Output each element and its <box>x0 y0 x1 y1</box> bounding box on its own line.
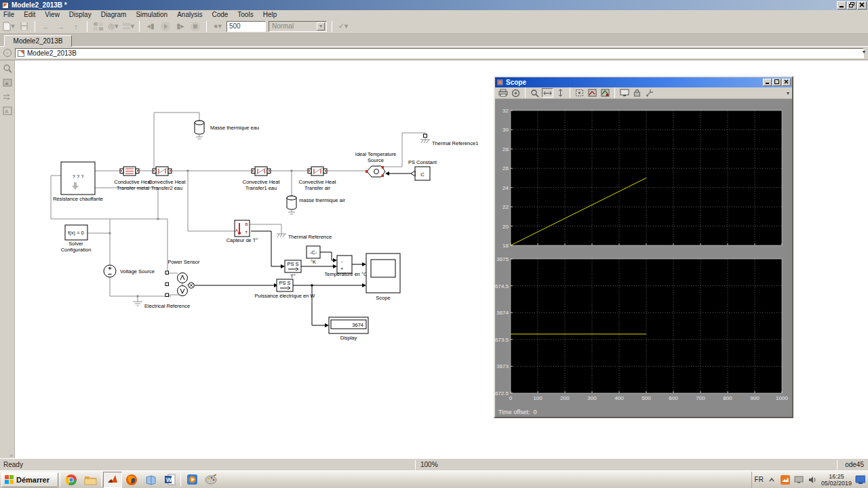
toolbar-overflow-icon[interactable]: ▾ <box>787 90 789 96</box>
block-power-sensor[interactable] <box>165 271 194 297</box>
zoom-icon[interactable] <box>529 88 540 98</box>
block-resistance-chauffante[interactable]: ? ? ? <box>61 162 95 195</box>
block-convective-heat2-eau[interactable] <box>153 167 172 176</box>
show-hidden-icons[interactable] <box>767 475 777 485</box>
float-scope-icon[interactable] <box>618 88 630 98</box>
tray-volume-icon[interactable] <box>808 475 818 485</box>
tab-model[interactable]: Modele2_2013B <box>4 35 72 47</box>
zoom-tool-icon[interactable] <box>1 62 13 74</box>
autoscale-icon[interactable] <box>574 88 585 98</box>
forward-icon[interactable]: → <box>55 20 67 33</box>
chrome-icon[interactable] <box>62 472 81 488</box>
layers-icon[interactable]: ▾ <box>122 20 134 33</box>
block-ps-simulink-1[interactable]: PS S <box>285 260 301 272</box>
menu-code[interactable]: Code <box>212 11 228 18</box>
menu-diagram[interactable]: Diagram <box>101 11 127 18</box>
restore-axes-icon[interactable] <box>599 88 611 98</box>
menu-help[interactable]: Help <box>263 11 277 18</box>
notes-icon[interactable] <box>141 472 160 488</box>
desktop: Modele2_2013B * File Edit View Display D… <box>0 0 868 488</box>
start-button[interactable]: Démarrer <box>1 472 58 487</box>
lock-axes-icon[interactable] <box>631 88 643 98</box>
restore-button[interactable] <box>847 1 856 9</box>
menu-simulation[interactable]: Simulation <box>136 11 167 18</box>
scope-minimize-button[interactable] <box>763 79 772 86</box>
language-indicator[interactable]: FR <box>755 476 764 483</box>
menu-edit[interactable]: Edit <box>24 11 35 18</box>
label-convective-air-2: Transfer air <box>304 185 331 191</box>
svg-text:700: 700 <box>696 395 705 401</box>
svg-text:0: 0 <box>509 395 513 401</box>
close-button[interactable] <box>857 1 867 9</box>
status-bar: Ready 100% ode45 <box>0 458 868 470</box>
breadcrumb[interactable]: Modele2_2013B <box>15 48 864 58</box>
block-ps-constant[interactable]: C <box>411 167 430 180</box>
firefox-icon[interactable] <box>122 472 141 488</box>
save-icon[interactable] <box>18 20 30 33</box>
model-config-icon[interactable]: ◎▾ <box>107 20 119 33</box>
block-scope[interactable] <box>366 253 400 293</box>
block-electrical-reference[interactable] <box>133 300 142 306</box>
block-capteur-temperature[interactable]: A B T <box>235 220 250 237</box>
dropdown-arrow-icon[interactable]: ▾ <box>317 22 325 30</box>
scope-titlebar[interactable]: Scope <box>495 77 792 87</box>
library-browser-icon[interactable] <box>92 20 104 33</box>
signal-selector-icon[interactable] <box>644 88 656 98</box>
tray-display-icon[interactable] <box>794 475 804 485</box>
word-icon[interactable]: W <box>160 472 179 488</box>
block-thermal-reference[interactable] <box>277 232 286 237</box>
media-player-icon[interactable] <box>182 472 201 488</box>
scope-maximize-button[interactable] <box>772 79 781 86</box>
block-voltage-source[interactable] <box>104 265 116 277</box>
parameters-icon[interactable] <box>510 88 521 98</box>
block-convective-heat1-eau[interactable] <box>252 167 271 176</box>
run-icon[interactable] <box>159 20 172 33</box>
block-masse-thermique-eau[interactable] <box>195 121 204 139</box>
block-thermal-reference1[interactable] <box>420 134 430 143</box>
time-offset: Time offset: 0 <box>498 409 537 415</box>
block-masse-thermique-air[interactable] <box>287 196 296 214</box>
show-desktop-icon[interactable] <box>855 475 865 485</box>
svg-text:100: 100 <box>533 395 542 401</box>
hide-explorer-bar-button[interactable]: ◦ <box>3 49 12 57</box>
paint-icon[interactable] <box>201 472 220 488</box>
menu-analysis[interactable]: Analysis <box>177 11 202 18</box>
svg-text:20: 20 <box>502 224 509 230</box>
up-icon[interactable]: ↑ <box>70 20 82 33</box>
record-icon[interactable]: ●▾ <box>212 20 224 33</box>
minimize-button[interactable] <box>837 1 846 9</box>
block-ideal-temperature-source[interactable] <box>366 166 385 177</box>
block-display[interactable]: 3674 <box>329 317 368 333</box>
update-diagram-icon[interactable]: ✓▾ <box>337 20 349 33</box>
block-ps-simulink-2[interactable]: PS S <box>277 279 293 291</box>
signal-routing-tool-icon[interactable] <box>1 91 13 102</box>
print-icon[interactable] <box>497 88 509 98</box>
block-solver-configuration[interactable]: f(x) = 0 <box>65 225 87 240</box>
simulation-mode-select[interactable]: Normal▾ <box>269 21 327 32</box>
signal-wires[interactable] <box>195 171 411 327</box>
back-icon[interactable]: ← <box>40 20 52 33</box>
block-k-constant[interactable]: -C- <box>307 246 320 258</box>
matlab-taskbar-icon[interactable] <box>103 472 122 488</box>
block-conductive-heat-metal[interactable] <box>120 167 139 176</box>
scope-window[interactable]: Scope ▾ 182022242628303201002 <box>494 76 793 418</box>
menu-view[interactable]: View <box>45 11 60 18</box>
new-model-icon[interactable]: ▾ <box>3 20 15 33</box>
simulation-stop-time-input[interactable] <box>226 21 266 32</box>
breadcrumb-model-name[interactable]: Modele2_2013B <box>27 49 77 57</box>
zoom-y-icon[interactable] <box>555 88 566 98</box>
menu-tools[interactable]: Tools <box>237 11 253 18</box>
screenshot-tool-icon[interactable] <box>1 77 13 88</box>
menu-display[interactable]: Display <box>69 11 92 18</box>
scope-plots[interactable]: 1820222426283032010020030040050060070080… <box>495 99 792 417</box>
breadcrumb-dropdown-icon[interactable]: ▾ <box>863 49 865 55</box>
menu-file[interactable]: File <box>3 11 14 18</box>
annotation-tool-icon[interactable]: A <box>1 105 13 117</box>
block-convective-heat-air[interactable] <box>308 167 327 176</box>
scope-close-button[interactable] <box>782 79 791 86</box>
clock[interactable]: 16:25 05/02/2019 <box>821 473 852 487</box>
file-explorer-icon[interactable] <box>81 472 100 488</box>
save-axes-icon[interactable] <box>587 88 598 98</box>
zoom-x-icon[interactable] <box>542 88 553 98</box>
tray-matlab-icon[interactable] <box>781 475 791 485</box>
